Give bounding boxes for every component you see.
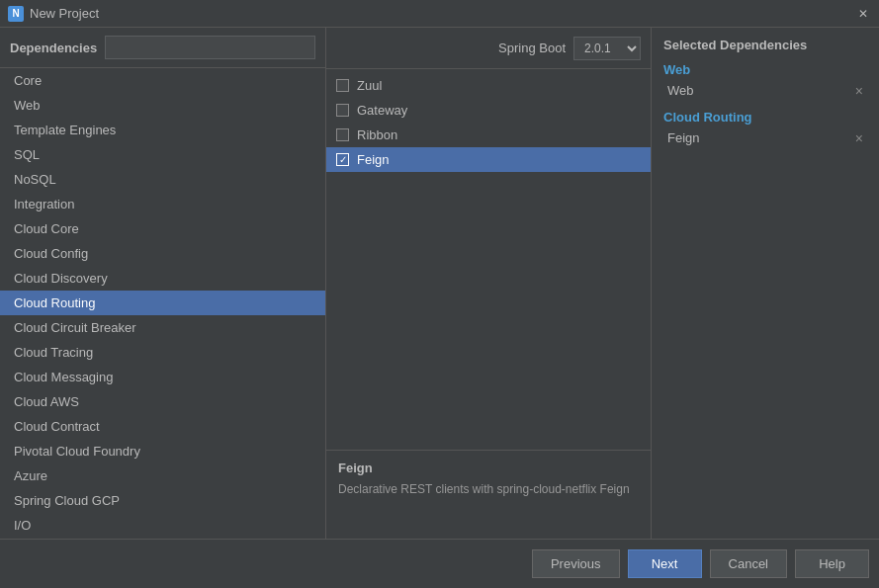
dep-label-feign: Feign [357,152,390,167]
category-item-nosql[interactable]: NoSQL [0,167,325,192]
dep-item-ribbon[interactable]: Ribbon [326,123,651,147]
category-item-cloud-circuit-breaker[interactable]: Cloud Circuit Breaker [0,315,325,340]
dep-label-ribbon: Ribbon [357,127,397,142]
middle-panel: Spring Boot 1.5.142.0.12.1.0 ZuulGateway… [326,28,652,539]
left-header: Dependencies [0,28,325,68]
selected-category-web: WebWeb× [663,62,867,100]
right-panel: Selected Dependencies WebWeb×Cloud Routi… [652,28,879,539]
category-item-sql[interactable]: SQL [0,142,325,167]
dependencies-label: Dependencies [10,41,97,55]
selected-category-cloud-routing: Cloud RoutingFeign× [663,110,867,147]
previous-button[interactable]: Previous [532,549,620,578]
dep-info-desc: Declarative REST clients with spring-clo… [338,481,639,498]
category-item-template-engines[interactable]: Template Engines [0,118,325,142]
category-item-pivotal-cloud-foundry[interactable]: Pivotal Cloud Foundry [0,439,325,463]
dependency-list: ZuulGatewayRibbon✓Feign [326,69,651,450]
middle-header: Spring Boot 1.5.142.0.12.1.0 [326,28,651,69]
category-item-core[interactable]: Core [0,68,325,93]
selected-categories: WebWeb×Cloud RoutingFeign× [663,62,867,147]
dep-checkbox-zuul [336,79,349,92]
spring-boot-version-select[interactable]: 1.5.142.0.12.1.0 [573,37,641,60]
category-item-cloud-discovery[interactable]: Cloud Discovery [0,266,325,291]
dep-label-gateway: Gateway [357,103,407,118]
dep-checkbox-gateway [336,104,349,117]
selected-item-row-web-item: Web× [663,81,867,100]
dep-info-title: Feign [338,461,639,475]
app-icon: N [8,6,24,22]
category-item-web[interactable]: Web [0,93,325,118]
left-panel: Dependencies CoreWebTemplate EnginesSQLN… [0,28,326,539]
spring-boot-label: Spring Boot [498,41,566,55]
category-item-integration[interactable]: Integration [0,192,325,216]
selected-category-label: Web [663,62,867,77]
category-item-cloud-contract[interactable]: Cloud Contract [0,414,325,439]
dep-item-gateway[interactable]: Gateway [326,98,651,123]
selected-item-row-feign-item: Feign× [663,128,867,147]
category-item-cloud-tracing[interactable]: Cloud Tracing [0,340,325,365]
content-area: Dependencies CoreWebTemplate EnginesSQLN… [0,28,879,539]
category-item-cloud-aws[interactable]: Cloud AWS [0,389,325,414]
selected-dependencies-title: Selected Dependencies [663,38,867,52]
cancel-button[interactable]: Cancel [710,549,787,578]
category-item-spring-cloud-gcp[interactable]: Spring Cloud GCP [0,488,325,513]
dep-item-feign[interactable]: ✓Feign [326,147,651,172]
category-item-cloud-config[interactable]: Cloud Config [0,241,325,266]
dep-label-zuul: Zuul [357,78,382,93]
category-item-azure[interactable]: Azure [0,463,325,488]
selected-item-name-web-item: Web [667,83,694,98]
remove-item-button-web-item[interactable]: × [855,84,863,98]
category-item-cloud-routing[interactable]: Cloud Routing [0,291,325,315]
title-bar-text: New Project [30,6,99,21]
help-button[interactable]: Help [795,549,869,578]
remove-item-button-feign-item[interactable]: × [855,131,863,145]
category-list: CoreWebTemplate EnginesSQLNoSQLIntegrati… [0,68,325,539]
title-bar: N New Project ✕ [0,0,879,28]
dep-checkbox-ribbon [336,128,349,141]
search-input[interactable] [105,36,315,59]
dependency-info-box: Feign Declarative REST clients with spri… [326,450,651,539]
bottom-bar: Previous Next Cancel Help [0,539,879,588]
next-button[interactable]: Next [628,549,702,578]
dep-checkbox-feign: ✓ [336,153,349,166]
close-button[interactable]: ✕ [855,6,871,22]
category-item-cloud-messaging[interactable]: Cloud Messaging [0,365,325,389]
selected-category-label: Cloud Routing [663,110,867,125]
category-item-cloud-core[interactable]: Cloud Core [0,216,325,241]
selected-item-name-feign-item: Feign [667,130,700,145]
category-item-io[interactable]: I/O [0,513,325,538]
main-container: Dependencies CoreWebTemplate EnginesSQLN… [0,28,879,588]
dep-item-zuul[interactable]: Zuul [326,73,651,98]
